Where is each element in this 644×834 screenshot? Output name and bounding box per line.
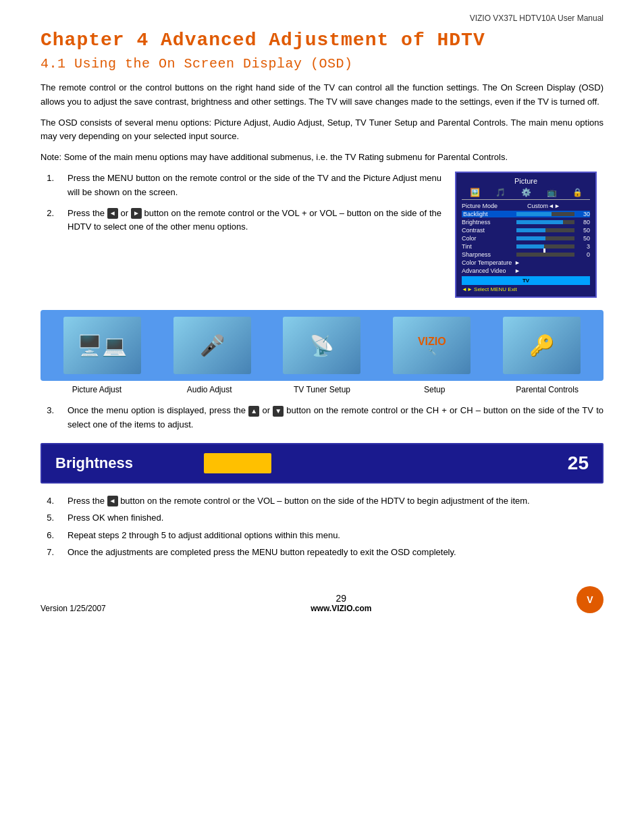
tint-bar (516, 244, 544, 249)
bottom-steps: 4. Press the ◄ button on the remote cont… (41, 494, 603, 559)
footer-version: Version 1/25/2007 (41, 604, 106, 613)
intro-para-1: The remote control or the control button… (41, 81, 603, 109)
icon-picture-adjust: 🖥️💻 (63, 317, 141, 374)
osd-menu-image: Picture 🖼️ 🎵 ⚙️ 📺 🔒 Picture Mode Custom … (455, 172, 603, 298)
icon-setup: VIZIO 🔧 (393, 317, 471, 374)
footer-page: 29 www.VIZIO.com (311, 593, 371, 613)
osd-row-backlight: Backlight 30 (462, 211, 590, 217)
intro-para-2: The OSD consists of several menu options… (41, 116, 603, 145)
section-title: 4.1 Using the On Screen Display (OSD) (41, 56, 603, 72)
osd-row-picture-mode: Picture Mode Custom ◄► (462, 203, 590, 209)
step-7: 7. Once the adjustments are completed pr… (41, 546, 603, 559)
steps-with-osd: 1. Press the MENU button on the remote c… (41, 172, 603, 298)
footer-website: www.VIZIO.com (311, 604, 371, 613)
intro-para-3: Note: Some of the main menu options may … (41, 151, 603, 165)
label-setup: Setup (394, 385, 475, 394)
page-footer: Version 1/25/2007 29 www.VIZIO.com V (41, 586, 603, 613)
manual-header: VIZIO VX37L HDTV10A User Manual (41, 14, 603, 23)
osd-bottom-bar: TV (462, 276, 590, 285)
brightness-label: Brightness (55, 454, 190, 472)
step-3: 3. Once the menu option is displayed, pr… (41, 404, 603, 432)
step-1: 1. Press the MENU button on the remote c… (41, 172, 441, 200)
label-tv-tuner-setup: TV Tuner Setup (281, 385, 363, 394)
vizio-logo: V (576, 586, 603, 613)
osd-footer: ◄► Select MENU Exit (462, 286, 590, 292)
vol-minus-btn: ◄ (107, 496, 118, 506)
down-btn: ▼ (273, 406, 284, 417)
osd-row-brightness: Brightness 80 (462, 219, 590, 226)
osd-row-tint: Tint 3 (462, 243, 590, 250)
footer-logo-area: V (576, 586, 603, 613)
osd-icon-5: 🔒 (572, 188, 583, 197)
chapter-title: Chapter 4 Advanced Adjustment of HDTV (41, 30, 603, 51)
osd-icon-1: 🖼️ (470, 188, 480, 197)
label-parental-controls: Parental Controls (507, 385, 588, 394)
osd-row-color: Color 50 (462, 235, 590, 242)
up-btn: ▲ (248, 406, 259, 417)
menu-labels-row: Picture Adjust Audio Adjust TV Tuner Set… (41, 385, 603, 394)
step-2: 2. Press the ◄ or ► button on the remote… (41, 207, 441, 235)
brightness-display-bar: Brightness 25 (41, 443, 603, 484)
color-bar (516, 236, 545, 240)
icon-parental-controls: 🔑 (503, 317, 581, 374)
label-audio-adjust: Audio Adjust (169, 385, 250, 394)
brightness-indicator (204, 453, 271, 473)
contrast-bar (516, 228, 545, 232)
osd-icons-row: 🖼️ 🎵 ⚙️ 📺 🔒 (462, 188, 590, 200)
menu-icons-section: 🖥️💻 🎤 📡 VIZIO 🔧 🔑 (41, 310, 603, 381)
osd-row-contrast: Contrast 50 (462, 227, 590, 234)
left-btn: ◄ (107, 208, 118, 219)
step-4: 4. Press the ◄ button on the remote cont… (41, 494, 603, 508)
icon-audio-adjust: 🎤 (173, 317, 251, 374)
brightness-bar-osd (516, 220, 563, 224)
label-picture-adjust: Picture Adjust (56, 385, 137, 394)
osd-menu: Picture 🖼️ 🎵 ⚙️ 📺 🔒 Picture Mode Custom … (455, 172, 597, 298)
osd-icon-2: 🎵 (495, 188, 506, 197)
header-title: VIZIO VX37L HDTV10A User Manual (470, 14, 603, 23)
osd-row-sharpness: Sharpness 0 (462, 251, 590, 258)
backlight-bar (516, 212, 552, 216)
steps-text-column: 1. Press the MENU button on the remote c… (41, 172, 441, 298)
step-5: 5. Press OK when finished. (41, 511, 603, 525)
osd-icon-4: 📺 (547, 188, 557, 197)
step-6: 6. Repeat steps 2 through 5 to adjust ad… (41, 529, 603, 542)
osd-icon-3: ⚙️ (521, 188, 531, 197)
brightness-value: 25 (568, 452, 589, 474)
osd-row-advanced-video: Advanced Video ► (462, 267, 590, 274)
icon-tv-tuner-setup: 📡 (283, 317, 360, 374)
osd-row-color-temperature: Color Temperature ► (462, 259, 590, 266)
right-btn: ► (131, 208, 142, 219)
osd-title: Picture (462, 177, 590, 185)
